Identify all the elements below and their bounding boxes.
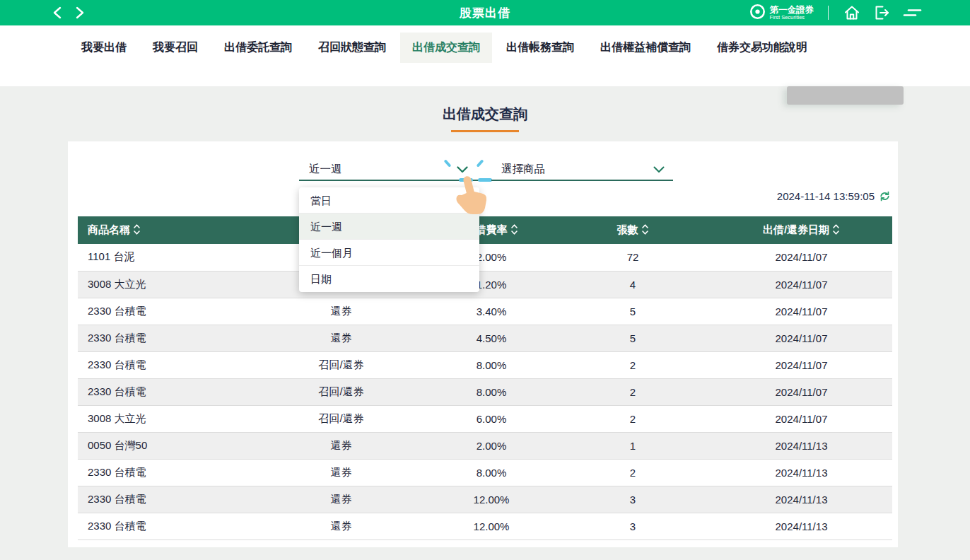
period-option-last-week[interactable]: 近一週 <box>299 214 479 240</box>
query-result-card: 近一週 選擇商品 2024-11-14 13:59:05 當日 近一週 <box>68 141 898 547</box>
table-row: 2330 台積電召回/還券8.00%22024/11/07 <box>78 351 892 378</box>
tab-lend-deal-query[interactable]: 出借成交查詢 <box>400 33 492 63</box>
period-option-last-month[interactable]: 近一個月 <box>299 240 479 266</box>
period-select-value: 近一週 <box>309 162 342 177</box>
tap-effect-dash <box>443 159 451 168</box>
sort-icon <box>832 223 840 235</box>
col-header-lend-return-date[interactable]: 出借/還券日期 <box>711 216 892 244</box>
col-header-lots[interactable]: 張數 <box>555 216 711 244</box>
brand-subtitle: First Securities <box>770 15 814 21</box>
lending-results-table: 商品名稱 出借費率 張數 出借/還券日期 1101 台泥2.00%722024/… <box>78 216 892 540</box>
redacted-account-info <box>787 86 904 105</box>
title-underline <box>451 130 519 132</box>
period-select[interactable]: 近一週 <box>299 157 479 181</box>
tab-recall-status-query[interactable]: 召回狀態查詢 <box>306 33 398 63</box>
table-row: 2330 台積電還券8.00%22024/11/13 <box>78 459 892 486</box>
chevron-down-icon <box>457 163 468 176</box>
tap-effect-dash <box>478 178 492 182</box>
table-row: 3008 大立光1.20%42024/11/07 <box>78 271 892 298</box>
product-select[interactable]: 選擇商品 <box>491 157 673 181</box>
refresh-icon[interactable] <box>879 190 891 202</box>
tap-effect-dash <box>476 159 484 168</box>
last-updated-row: 2024-11-14 13:59:05 <box>777 190 891 202</box>
table-row: 2330 台積電還券4.50%52024/11/07 <box>78 325 892 351</box>
menu-icon[interactable] <box>902 4 922 22</box>
topbar-actions: 第一金證券 First Securities <box>749 3 923 23</box>
last-updated-timestamp: 2024-11-14 13:59:05 <box>777 190 875 202</box>
tab-function-guide[interactable]: 借券交易功能說明 <box>705 33 819 63</box>
table-row: 0050 台灣50還券2.00%12024/11/13 <box>78 432 892 459</box>
main-nav: 我要出借 我要召回 出借委託查詢 召回狀態查詢 出借成交查詢 出借帳務查詢 出借… <box>0 25 970 86</box>
brand-name: 第一金證券 <box>770 6 814 15</box>
tab-lend[interactable]: 我要出借 <box>69 33 139 63</box>
history-nav <box>52 6 85 19</box>
tap-effect-dash <box>459 178 473 182</box>
table-row: 3008 大立光召回/還券6.00%22024/11/07 <box>78 405 892 432</box>
back-icon[interactable] <box>52 6 62 19</box>
period-option-date[interactable]: 日期 <box>299 266 479 292</box>
table-header-row: 商品名稱 出借費率 張數 出借/還券日期 <box>78 216 892 244</box>
table-row: 2330 台積電還券12.00%32024/11/13 <box>78 486 892 513</box>
tab-lend-account-query[interactable]: 出借帳務查詢 <box>494 33 586 63</box>
forward-icon[interactable] <box>75 6 85 19</box>
col-header-product-name[interactable]: 商品名稱 <box>78 216 255 244</box>
nav-tabs: 我要出借 我要召回 出借委託查詢 召回狀態查詢 出借成交查詢 出借帳務查詢 出借… <box>0 25 970 63</box>
divider <box>828 6 829 20</box>
table-row: 2330 台積電還券12.00%32024/11/13 <box>78 513 892 539</box>
chevron-down-icon <box>653 163 665 176</box>
tab-lend-order-query[interactable]: 出借委託查詢 <box>212 33 304 63</box>
brand-logo: 第一金證券 First Securities <box>749 3 814 23</box>
logout-icon[interactable] <box>872 4 891 22</box>
top-bar: 股票出借 第一金證券 First Securities <box>0 0 970 25</box>
table-row: 2330 台積電還券3.40%52024/11/07 <box>78 298 892 325</box>
sort-icon <box>510 223 518 235</box>
table-row: 2330 台積電召回/還券8.00%22024/11/07 <box>78 378 892 405</box>
page-title: 出借成交查詢 <box>0 105 970 124</box>
target-circle-icon <box>749 3 766 23</box>
home-icon[interactable] <box>843 4 861 22</box>
product-select-placeholder: 選擇商品 <box>501 162 545 177</box>
tab-rights-compensation-query[interactable]: 出借權益補償查詢 <box>588 33 703 63</box>
period-option-today[interactable]: 當日 <box>299 187 479 214</box>
sort-icon <box>641 223 649 235</box>
table-row: 1101 台泥2.00%722024/11/07 <box>78 244 892 271</box>
tab-recall[interactable]: 我要召回 <box>141 33 210 63</box>
period-dropdown-panel: 當日 近一週 近一個月 日期 <box>299 187 479 292</box>
sort-icon <box>133 223 141 235</box>
